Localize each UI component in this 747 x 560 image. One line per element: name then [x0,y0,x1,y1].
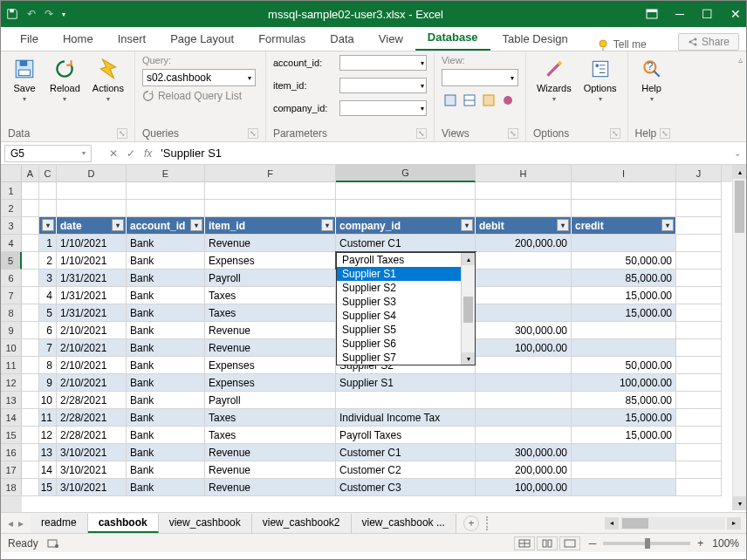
share-button[interactable]: Share [678,33,739,51]
tab-view[interactable]: View [367,27,415,51]
table-cell[interactable]: 1/31/2021 [57,287,127,304]
table-cell[interactable]: 9 [39,374,57,392]
table-cell[interactable]: Customer C1 [336,444,476,461]
redo-icon[interactable]: ↷ [45,8,53,20]
col-header[interactable]: J [676,165,722,182]
table-cell[interactable] [22,374,39,392]
filter-icon[interactable]: ▾ [112,219,124,231]
table-cell[interactable] [22,339,39,357]
table-cell[interactable]: 50,000.00 [572,357,676,374]
query-combo[interactable]: s02.cashbook▾ [142,69,256,86]
table-cell[interactable]: 300,000.00 [476,322,572,339]
dialog-launcher-icon[interactable]: ⤡ [508,128,518,139]
tab-formulas[interactable]: Formulas [246,27,318,51]
filter-icon[interactable]: ▾ [461,219,473,231]
scroll-up-icon[interactable]: ▴ [462,253,475,265]
table-cell[interactable]: 2/10/2021 [57,322,127,339]
table-cell[interactable]: 2/10/2021 [57,357,127,374]
table-cell[interactable]: 1/31/2021 [57,304,127,322]
table-cell[interactable] [572,444,676,461]
row-header[interactable]: 7 [1,287,22,304]
table-cell[interactable]: Bank [127,357,205,374]
table-cell[interactable]: 7 [39,339,57,357]
table-cell[interactable]: Bank [127,304,205,322]
table-cell[interactable]: 85,000.00 [572,270,676,287]
table-cell[interactable] [572,479,676,496]
col-header[interactable]: G [336,165,476,182]
table-cell[interactable]: Payroll Taxes [336,427,476,444]
row-header[interactable]: 17 [1,461,22,479]
table-cell[interactable] [572,322,676,339]
table-cell[interactable]: 1/31/2021 [57,270,127,287]
row-header[interactable]: 8 [1,304,22,322]
row-header[interactable]: 9 [1,322,22,339]
table-cell[interactable]: 2/10/2021 [57,374,127,392]
row-header[interactable]: 5 [1,252,22,270]
undo-icon[interactable]: ↶ [27,8,36,20]
table-cell[interactable] [676,409,722,427]
table-cell[interactable] [572,235,676,252]
view-page-break-icon[interactable] [559,536,580,550]
view-combo[interactable]: ▾ [442,69,518,86]
table-cell[interactable]: Taxes [205,427,336,444]
table-cell[interactable]: Revenue [205,479,336,496]
row-header[interactable]: 10 [1,339,22,357]
row-header[interactable]: 18 [1,479,22,496]
sheet-tab-readme[interactable]: readme [31,514,88,533]
tab-home[interactable]: Home [51,27,106,51]
table-cell[interactable] [676,392,722,409]
table-cell[interactable]: Bank [127,252,205,270]
name-box[interactable]: G5▾ [4,145,92,162]
row-header[interactable]: 2 [1,200,22,217]
table-cell[interactable]: 100,000.00 [476,479,572,496]
col-header[interactable]: A [22,165,39,182]
table-cell[interactable]: 50,000.00 [572,252,676,270]
dropdown-option[interactable]: Supplier S6 [337,337,475,351]
accept-formula-icon[interactable]: ✓ [127,147,135,160]
table-cell[interactable] [572,339,676,357]
table-cell[interactable]: 3/10/2021 [57,461,127,479]
zoom-level[interactable]: 100% [712,537,739,550]
table-cell[interactable]: Revenue [205,461,336,479]
table-cell[interactable] [22,392,39,409]
table-cell[interactable] [476,270,572,287]
table-cell[interactable] [676,374,722,392]
formula-value[interactable]: 'Supplier S1 [161,147,222,160]
table-cell[interactable]: Bank [127,339,205,357]
help-button[interactable]: ? Help▾ [635,55,668,105]
dialog-launcher-icon[interactable]: ⤡ [416,128,427,139]
filter-icon[interactable]: ▾ [557,219,569,231]
param-combo[interactable]: ▾ [339,55,427,71]
hscroll-left-icon[interactable]: ◂ [605,517,619,529]
table-cell[interactable]: 15,000.00 [572,287,676,304]
table-cell[interactable]: Bank [127,235,205,252]
sheet-nav[interactable]: ◂▸ [1,517,31,529]
table-cell[interactable]: 1/10/2021 [57,252,127,270]
table-cell[interactable]: 200,000.00 [476,235,572,252]
param-combo[interactable]: ▾ [339,78,427,93]
tab-data[interactable]: Data [318,27,366,51]
table-cell[interactable] [476,252,572,270]
table-cell[interactable] [476,392,572,409]
table-cell[interactable] [22,357,39,374]
table-cell[interactable]: Expenses [205,374,336,392]
table-cell[interactable] [676,427,722,444]
table-cell[interactable]: Bank [127,444,205,461]
table-header-account_id[interactable]: account_id▾ [127,217,205,235]
table-cell[interactable] [22,409,39,427]
view-normal-icon[interactable] [514,536,535,550]
sheet-tab-view_cashbook2[interactable]: view_cashbook2 [252,514,352,533]
reload-query-list-button[interactable]: Reload Query List [142,90,242,102]
table-cell[interactable] [476,357,572,374]
table-cell[interactable]: Expenses [205,357,336,374]
maximize-button[interactable]: ☐ [702,7,713,21]
table-cell[interactable]: Payroll [205,270,336,287]
table-cell[interactable] [22,322,39,339]
filter-icon[interactable]: ▾ [661,219,674,231]
table-cell[interactable]: Revenue [205,339,336,357]
filter-icon[interactable]: ▾ [321,219,333,231]
row-header[interactable]: 6 [1,270,22,287]
sheet-tab-cashbook[interactable]: cashbook [88,514,159,533]
table-cell[interactable] [476,374,572,392]
table-cell[interactable] [676,461,722,479]
